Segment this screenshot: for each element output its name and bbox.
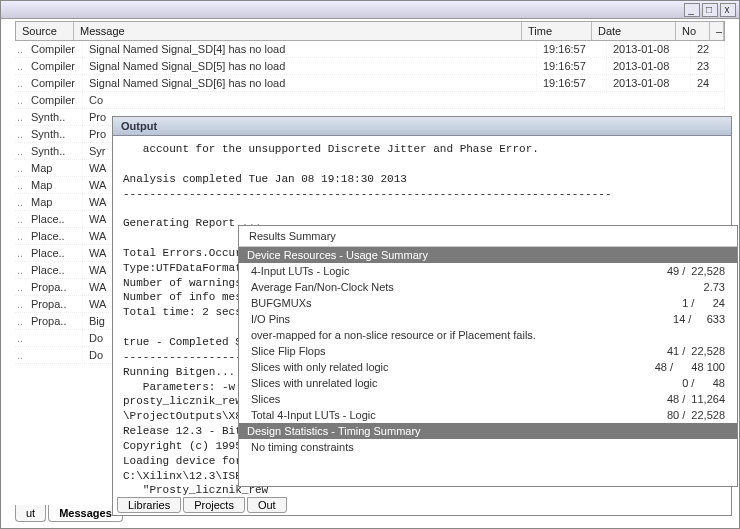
cell-time: 19:16:57 bbox=[537, 58, 607, 74]
results-row: 4-Input LUTs - Logic49 / 22,528 bbox=[239, 263, 737, 279]
results-value: 49 / 22,528 bbox=[625, 265, 725, 277]
row-marker: .. bbox=[15, 228, 25, 244]
col-source[interactable]: Source bbox=[16, 22, 74, 40]
section-device: Device Resources - Usage Summary bbox=[239, 247, 737, 263]
row-marker: .. bbox=[15, 160, 25, 176]
tab-output[interactable]: Out bbox=[247, 497, 287, 513]
cell-message: Signal Named Signal_SD[4] has no load bbox=[83, 41, 537, 57]
cell-source: Synth.. bbox=[25, 126, 83, 142]
results-value: 1 / 24 bbox=[625, 297, 725, 309]
minimize-button[interactable]: _ bbox=[684, 3, 700, 17]
cell-date: 2013-01-08 bbox=[607, 41, 691, 57]
cell-source: Place.. bbox=[25, 245, 83, 261]
results-label: Average Fan/Non-Clock Nets bbox=[251, 281, 625, 293]
results-value: 2.73 bbox=[625, 281, 725, 293]
cell-message: Co bbox=[83, 92, 725, 108]
cell-no: 24 bbox=[691, 75, 725, 91]
cell-source: Compiler bbox=[25, 92, 83, 108]
cell-date: 2013-01-08 bbox=[607, 58, 691, 74]
row-marker: .. bbox=[15, 92, 25, 108]
messages-tabs: ut Messages bbox=[15, 505, 123, 522]
col-scroll[interactable]: – bbox=[710, 22, 724, 40]
results-title: Results Summary bbox=[239, 226, 737, 247]
messages-table-header: Source Message Time Date No – bbox=[15, 21, 725, 41]
table-row[interactable]: ..CompilerSignal Named Signal_SD[4] has … bbox=[15, 41, 725, 58]
cell-source bbox=[25, 347, 83, 363]
row-marker: .. bbox=[15, 109, 25, 125]
col-time[interactable]: Time bbox=[522, 22, 592, 40]
col-message[interactable]: Message bbox=[74, 22, 522, 40]
results-body: 4-Input LUTs - Logic49 / 22,528Average F… bbox=[239, 263, 737, 423]
row-marker: .. bbox=[15, 330, 25, 346]
results-label: Slices with unrelated logic bbox=[251, 377, 625, 389]
table-row[interactable]: ..CompilerCo bbox=[15, 92, 725, 109]
results-label: BUFGMUXs bbox=[251, 297, 625, 309]
output-tabs: Libraries Projects Out bbox=[117, 497, 289, 513]
results-value: 48 / 48 100 bbox=[625, 361, 725, 373]
row-marker: .. bbox=[15, 126, 25, 142]
row-marker: .. bbox=[15, 177, 25, 193]
results-row: Slices with unrelated logic0 / 48 bbox=[239, 375, 737, 391]
cell-source bbox=[25, 330, 83, 346]
results-label: 4-Input LUTs - Logic bbox=[251, 265, 625, 277]
cell-no: 22 bbox=[691, 41, 725, 57]
row-marker: .. bbox=[15, 245, 25, 261]
row-marker: .. bbox=[15, 143, 25, 159]
results-label: Slice Flip Flops bbox=[251, 345, 625, 357]
cell-source: Map bbox=[25, 177, 83, 193]
results-value bbox=[625, 441, 725, 453]
results-row: BUFGMUXs1 / 24 bbox=[239, 295, 737, 311]
cell-source: Propa.. bbox=[25, 313, 83, 329]
results-label: Slices bbox=[251, 393, 625, 405]
results-value: 14 / 633 bbox=[625, 313, 725, 325]
results-row: Average Fan/Non-Clock Nets2.73 bbox=[239, 279, 737, 295]
results-label: No timing constraints bbox=[251, 441, 625, 453]
results-row: Slice Flip Flops41 / 22,528 bbox=[239, 343, 737, 359]
table-row[interactable]: ..CompilerSignal Named Signal_SD[6] has … bbox=[15, 75, 725, 92]
col-date[interactable]: Date bbox=[592, 22, 676, 40]
results-label: Slices with only related logic bbox=[251, 361, 625, 373]
cell-time: 19:16:57 bbox=[537, 41, 607, 57]
results-value: 41 / 22,528 bbox=[625, 345, 725, 357]
results-value: 80 / 22,528 bbox=[625, 409, 725, 421]
cell-message: Signal Named Signal_SD[5] has no load bbox=[83, 58, 537, 74]
cell-source: Place.. bbox=[25, 262, 83, 278]
tab-projects[interactable]: Projects bbox=[183, 497, 245, 513]
section-timing: Design Statistics - Timing Summary bbox=[239, 423, 737, 439]
cell-source: Synth.. bbox=[25, 109, 83, 125]
cell-time: 19:16:57 bbox=[537, 75, 607, 91]
tab-left[interactable]: ut bbox=[15, 505, 46, 522]
results-row: No timing constraints bbox=[239, 439, 737, 455]
col-no[interactable]: No bbox=[676, 22, 710, 40]
close-button[interactable]: x bbox=[720, 3, 736, 17]
cell-source: Propa.. bbox=[25, 279, 83, 295]
row-marker: .. bbox=[15, 194, 25, 210]
cell-source: Place.. bbox=[25, 228, 83, 244]
row-marker: .. bbox=[15, 347, 25, 363]
row-marker: .. bbox=[15, 262, 25, 278]
row-marker: .. bbox=[15, 279, 25, 295]
cell-source: Compiler bbox=[25, 75, 83, 91]
results-value bbox=[625, 329, 725, 341]
row-marker: .. bbox=[15, 296, 25, 312]
results-row: Slices48 / 11,264 bbox=[239, 391, 737, 407]
row-marker: .. bbox=[15, 313, 25, 329]
tab-libraries[interactable]: Libraries bbox=[117, 497, 181, 513]
cell-no: 23 bbox=[691, 58, 725, 74]
cell-source: Map bbox=[25, 160, 83, 176]
cell-message: Signal Named Signal_SD[6] has no load bbox=[83, 75, 537, 91]
maximize-button[interactable]: □ bbox=[702, 3, 718, 17]
cell-source: Place.. bbox=[25, 211, 83, 227]
cell-source: Synth.. bbox=[25, 143, 83, 159]
cell-source: Propa.. bbox=[25, 296, 83, 312]
titlebar: _ □ x bbox=[1, 1, 739, 19]
results-row: Slices with only related logic48 / 48 10… bbox=[239, 359, 737, 375]
cell-date: 2013-01-08 bbox=[607, 75, 691, 91]
table-row[interactable]: ..CompilerSignal Named Signal_SD[5] has … bbox=[15, 58, 725, 75]
results-value: 0 / 48 bbox=[625, 377, 725, 389]
cell-source: Map bbox=[25, 194, 83, 210]
results-window: Results Summary Device Resources - Usage… bbox=[238, 225, 738, 487]
row-marker: .. bbox=[15, 75, 25, 91]
results-row: Total 4-Input LUTs - Logic80 / 22,528 bbox=[239, 407, 737, 423]
row-marker: .. bbox=[15, 58, 25, 74]
